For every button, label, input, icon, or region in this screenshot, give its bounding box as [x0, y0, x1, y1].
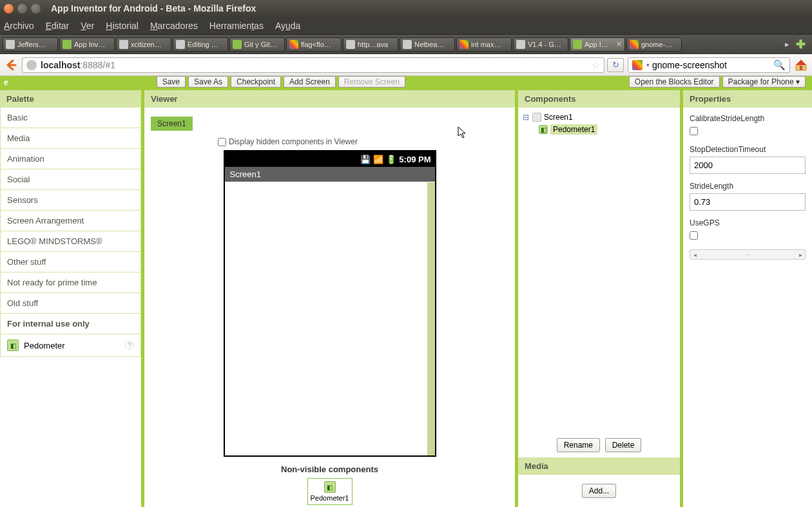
- window-close-button[interactable]: [4, 4, 14, 14]
- favicon-icon: [630, 40, 639, 49]
- window-maximize-button[interactable]: [31, 4, 41, 14]
- palette-category[interactable]: Basic: [0, 108, 141, 128]
- package-button[interactable]: Package for Phone ▾: [722, 76, 806, 88]
- save-button[interactable]: Save: [157, 76, 186, 88]
- properties-h-scrollbar[interactable]: ◂ ··· ▸: [690, 249, 806, 260]
- window-minimize-button[interactable]: [17, 4, 27, 14]
- new-tab-button[interactable]: ✚: [796, 37, 806, 52]
- palette-category[interactable]: Other stuff: [0, 252, 141, 273]
- screen-tab[interactable]: Screen1: [151, 117, 193, 131]
- phone-status-bar: 💾 📶 🔋 5:09 PM: [225, 151, 435, 167]
- menu-editar[interactable]: Editar: [46, 21, 70, 31]
- phone-preview: 💾 📶 🔋 5:09 PM Screen1: [224, 150, 436, 457]
- tree-collapse-icon[interactable]: ⊟: [522, 113, 530, 122]
- browser-tab[interactable]: http…ava: [343, 37, 398, 52]
- blocks-button[interactable]: Open the Blocks Editor: [629, 76, 720, 88]
- favicon-icon: [176, 40, 185, 49]
- url-path: :8888/#1: [80, 60, 115, 70]
- nonvisible-component[interactable]: ◧Pedometer1: [307, 478, 353, 505]
- prop-stoptimeout-input[interactable]: [690, 157, 806, 174]
- palette-category[interactable]: Old stuff: [0, 293, 141, 314]
- properties-header: Properties: [683, 90, 812, 108]
- svg-rect-0: [800, 66, 802, 70]
- checkpoint-button[interactable]: Checkpoint: [231, 76, 281, 88]
- favicon-icon: [459, 40, 469, 49]
- rename-button[interactable]: Rename: [557, 438, 600, 452]
- palette-component[interactable]: ◧Pedometer?: [0, 334, 141, 357]
- palette-internal-header: For internal use only: [0, 314, 141, 334]
- search-icon[interactable]: 🔍: [773, 59, 786, 71]
- prop-stridelength-input[interactable]: [690, 193, 806, 211]
- prop-usegps-label: UseGPS: [690, 218, 806, 227]
- search-box[interactable]: ▾ gnome-screenshot 🔍: [628, 57, 790, 73]
- add-media-button[interactable]: Add...: [582, 484, 616, 498]
- menu-ver[interactable]: Ver: [81, 21, 94, 31]
- palette-category[interactable]: Media: [0, 128, 141, 149]
- browser-tab[interactable]: Editing …: [173, 37, 228, 52]
- bookmark-star-icon[interactable]: ☆: [592, 60, 600, 70]
- browser-tab[interactable]: xcitizen…: [116, 37, 171, 52]
- palette-category[interactable]: Animation: [0, 149, 141, 169]
- search-engine-dropdown-icon[interactable]: ▾: [646, 62, 650, 68]
- tab-close-icon[interactable]: ✕: [614, 40, 622, 48]
- tab-label: V1.4 - G…: [528, 41, 561, 48]
- saveas-button[interactable]: Save As: [188, 76, 228, 88]
- viewer-panel: Viewer Screen1 Display hidden components…: [144, 90, 518, 507]
- prop-calibrate-label: CalibrateStrideLength: [690, 114, 806, 123]
- prop-usegps-checkbox[interactable]: [690, 231, 698, 240]
- pedometer-icon: ◧: [324, 481, 336, 493]
- url-input[interactable]: localhost:8888/#1 ☆: [22, 57, 604, 73]
- browser-tab[interactable]: flag<flo…: [286, 37, 342, 52]
- browser-tab[interactable]: int max…: [456, 37, 512, 52]
- favicon-icon: [6, 40, 15, 49]
- palette-category[interactable]: Sensors: [0, 190, 141, 211]
- signal-icon: 📶: [373, 155, 383, 164]
- tab-label: int max…: [471, 41, 501, 48]
- browser-tab[interactable]: App I…✕: [570, 37, 625, 52]
- tree-item[interactable]: ◧Pedometer1: [539, 123, 676, 136]
- menubar: Archivo Editar Ver Historial Marcadores …: [0, 17, 812, 35]
- palette-category[interactable]: Not ready for prime time: [0, 273, 141, 293]
- url-host: localhost: [41, 60, 80, 70]
- tab-label: App Inv…: [74, 41, 105, 48]
- scroll-right-icon[interactable]: ▸: [796, 251, 805, 258]
- menu-historial[interactable]: Historial: [106, 21, 139, 31]
- tab-label: flag<flo…: [301, 41, 331, 48]
- addscreen-button[interactable]: Add Screen: [284, 76, 336, 88]
- menu-herramientas[interactable]: Herramientas: [209, 21, 264, 31]
- palette-category[interactable]: Screen Arrangement: [0, 211, 141, 231]
- palette-category[interactable]: LEGO® MINDSTORMS®: [0, 231, 141, 252]
- tabs-overflow-arrow-icon[interactable]: ▸: [785, 39, 789, 49]
- menu-archivo[interactable]: Archivo: [4, 21, 34, 31]
- phone-canvas[interactable]: [225, 182, 435, 455]
- delete-button[interactable]: Delete: [605, 438, 642, 452]
- home-button[interactable]: [794, 58, 808, 72]
- prop-calibrate-checkbox[interactable]: [690, 127, 698, 135]
- tab-label: Netbea…: [414, 41, 444, 48]
- reload-button[interactable]: ↻: [607, 58, 624, 72]
- menu-ayuda[interactable]: Ayuda: [275, 21, 300, 31]
- google-icon: [632, 60, 643, 70]
- pedometer-icon: ◧: [7, 340, 19, 351]
- palette-category[interactable]: Social: [0, 169, 141, 190]
- browser-tab[interactable]: V1.4 - G…: [513, 37, 568, 52]
- browser-tab[interactable]: Git y Git…: [229, 37, 285, 52]
- phone-scrollbar[interactable]: [427, 182, 435, 455]
- components-header: Components: [518, 90, 680, 108]
- display-hidden-checkbox[interactable]: [218, 138, 226, 146]
- back-button[interactable]: [4, 58, 18, 72]
- app-logo: e: [0, 76, 12, 90]
- browser-tab[interactable]: Jeffers…: [3, 37, 58, 52]
- browser-tab[interactable]: App Inv…: [59, 37, 115, 52]
- favicon-icon: [346, 40, 355, 49]
- screen-icon: [532, 113, 541, 122]
- scroll-left-icon[interactable]: ◂: [690, 251, 699, 258]
- browser-tab[interactable]: Netbea…: [400, 37, 455, 52]
- phone-time: 5:09 PM: [399, 155, 430, 164]
- menu-marcadores[interactable]: Marcadores: [150, 21, 198, 31]
- browser-tab[interactable]: gnome-…: [626, 37, 682, 52]
- help-icon[interactable]: ?: [125, 341, 134, 350]
- favicon-icon: [289, 40, 298, 49]
- tree-root-label: Screen1: [544, 113, 573, 122]
- tree-root[interactable]: ⊟ Screen1: [522, 111, 676, 123]
